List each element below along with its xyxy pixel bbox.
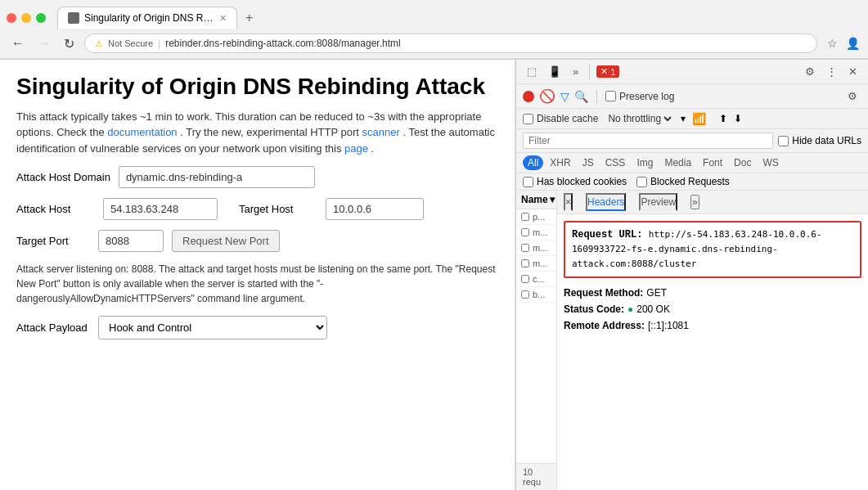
disable-cache-checkbox[interactable] — [523, 114, 533, 124]
minimize-window-btn[interactable] — [21, 13, 31, 23]
row-name: m... — [533, 227, 547, 237]
request-count: 10 requ — [516, 463, 556, 490]
content-area: Singularity of Origin DNS Rebinding Atta… — [0, 60, 868, 490]
tab-css[interactable]: CSS — [600, 155, 631, 170]
row-checkbox[interactable] — [521, 244, 529, 252]
request-new-port-button[interactable]: Request New Port — [172, 230, 280, 252]
has-blocked-cookies-checkbox[interactable] — [523, 177, 533, 187]
filter-row: Hide data URLs — [516, 129, 868, 153]
attack-host-domain-label: Attack Host Domain — [16, 166, 110, 183]
attack-payload-select[interactable]: Hook and Control Fetch Requests Port Sca… — [98, 316, 327, 339]
devtools-filter-bar: 🚫 ▽ 🔍 Preserve log ⚙ — [516, 84, 868, 109]
list-item[interactable]: c... — [516, 272, 556, 287]
hide-data-urls-checkbox[interactable] — [778, 136, 789, 146]
devtools-close-button[interactable]: ✕ — [844, 63, 861, 80]
request-url-label: Request URL: — [572, 229, 642, 241]
address-bar[interactable]: ⚠ Not Secure | rebinder.dns-rebinding-at… — [84, 34, 817, 53]
network-settings-button[interactable]: ⚙ — [843, 88, 861, 105]
attack-payload-row: Attack Payload Hook and Control Fetch Re… — [16, 316, 498, 339]
row-checkbox[interactable] — [521, 259, 529, 267]
preserve-log-label[interactable]: Preserve log — [605, 91, 674, 102]
blocked-requests-checkbox[interactable] — [636, 177, 647, 187]
filter-input[interactable] — [523, 133, 773, 149]
headers-tab[interactable]: Headers — [586, 193, 626, 211]
tab-xhr[interactable]: XHR — [545, 155, 575, 170]
back-button[interactable]: ← — [8, 34, 28, 52]
tab-doc[interactable]: Doc — [729, 155, 756, 170]
name-col-rows: p... m... m... m... — [516, 209, 556, 463]
close-detail-button[interactable]: × — [564, 193, 573, 211]
page-link[interactable]: page — [344, 142, 368, 155]
devtools-more-button[interactable]: ⋮ — [822, 63, 841, 80]
host-group: Attack Host — [16, 198, 218, 220]
filter-button[interactable]: ▽ — [560, 90, 569, 103]
reload-button[interactable]: ↻ — [61, 34, 78, 53]
request-method-value: GET — [646, 287, 667, 299]
host-row: Attack Host Target Host — [16, 198, 498, 220]
has-blocked-cookies-label[interactable]: Has blocked cookies — [523, 176, 627, 187]
list-item[interactable]: m... — [516, 256, 556, 272]
bookmarks-icon[interactable]: ☆ — [827, 37, 838, 50]
attack-payload-label: Attack Payload — [16, 321, 90, 334]
throttle-select[interactable]: No throttling — [605, 112, 674, 125]
list-item[interactable]: m... — [516, 241, 556, 256]
attack-host-label: Attack Host — [16, 198, 90, 215]
error-badge: ✕ 1 — [596, 65, 619, 78]
detail-panel: × Headers Preview » Request URL: http://… — [557, 191, 868, 490]
tab-font[interactable]: Font — [698, 155, 727, 170]
new-tab-button[interactable]: + — [241, 9, 258, 27]
row-checkbox[interactable] — [521, 275, 529, 283]
more-detail-tabs-button[interactable]: » — [690, 195, 699, 209]
list-item[interactable]: m... — [516, 225, 556, 241]
scanner-link[interactable]: scanner — [362, 126, 400, 138]
separator: | — [158, 38, 160, 49]
detail-tabs: × Headers Preview » — [557, 191, 868, 214]
row-name: m... — [533, 258, 547, 268]
device-toolbar-button[interactable]: 📱 — [544, 63, 565, 80]
disable-cache-label[interactable]: Disable cache — [523, 113, 598, 124]
status-code-value: 200 OK — [636, 303, 670, 315]
row-checkbox[interactable] — [521, 213, 529, 221]
list-item[interactable]: p... — [516, 209, 556, 225]
request-method-row: Request Method: GET — [564, 285, 861, 301]
attack-host-input[interactable] — [103, 198, 218, 220]
preserve-log-checkbox[interactable] — [605, 91, 616, 101]
tab-bar: Singularity of Origin DNS Rebi... ✕ + — [0, 0, 868, 29]
tab-js[interactable]: JS — [578, 155, 599, 170]
tab-img[interactable]: Img — [632, 155, 658, 170]
row-checkbox[interactable] — [521, 228, 529, 236]
attack-host-domain-input[interactable] — [119, 166, 315, 188]
inspect-element-button[interactable]: ⬚ — [523, 63, 541, 80]
clear-button[interactable]: 🚫 — [539, 88, 555, 104]
maximize-window-btn[interactable] — [36, 13, 46, 23]
record-button[interactable] — [523, 91, 534, 102]
search-button[interactable]: 🔍 — [574, 90, 588, 103]
not-secure-label: Not Secure — [108, 38, 153, 48]
forward-button[interactable]: → — [34, 34, 54, 52]
browser-tab[interactable]: Singularity of Origin DNS Rebi... ✕ — [57, 7, 237, 29]
tab-all[interactable]: All — [523, 155, 543, 170]
left-panel: Singularity of Origin DNS Rebinding Atta… — [0, 60, 515, 490]
status-dot: ● — [627, 303, 633, 315]
row-name: b... — [533, 290, 545, 299]
tab-ws[interactable]: WS — [758, 155, 783, 170]
download-icon: ⬇ — [734, 113, 742, 124]
name-column: Name ▾ p... m... m... — [516, 191, 557, 490]
tab-close-icon[interactable]: ✕ — [219, 13, 227, 24]
target-host-input[interactable] — [326, 198, 424, 220]
more-tools-button[interactable]: » — [569, 63, 582, 80]
settings-button[interactable]: ⚙ — [801, 63, 819, 80]
close-window-btn[interactable] — [7, 13, 16, 23]
devtools-panel: ⬚ 📱 » ✕ 1 ⚙ ⋮ ✕ 🚫 ▽ 🔍 Preserve log — [515, 60, 868, 490]
request-method-label: Request Method: — [564, 287, 643, 299]
tab-media[interactable]: Media — [659, 155, 696, 170]
blocked-requests-label[interactable]: Blocked Requests — [636, 176, 730, 187]
profile-icon[interactable]: 👤 — [846, 37, 860, 50]
preview-tab[interactable]: Preview — [639, 193, 677, 211]
row-checkbox[interactable] — [521, 290, 529, 299]
list-item[interactable]: b... — [516, 287, 556, 303]
status-text: Attack server listening on: 8088. The at… — [16, 262, 498, 306]
target-port-input[interactable] — [98, 230, 164, 252]
documentation-link[interactable]: documentation — [107, 126, 177, 138]
hide-data-urls-label[interactable]: Hide data URLs — [778, 135, 861, 146]
